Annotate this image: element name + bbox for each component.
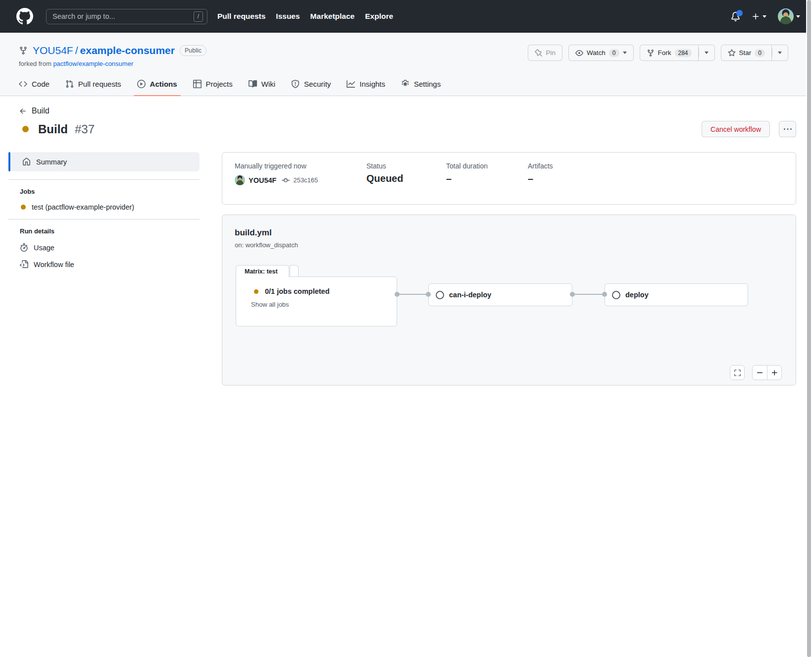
- file-code-icon: [20, 260, 28, 269]
- nav-marketplace[interactable]: Marketplace: [310, 12, 355, 21]
- create-new-button[interactable]: [752, 12, 766, 21]
- nav-issues[interactable]: Issues: [276, 12, 300, 21]
- artifacts-value: –: [528, 173, 553, 184]
- run-options-button[interactable]: [779, 121, 796, 137]
- header-right-cluster: [731, 8, 800, 24]
- node-deploy[interactable]: deploy: [605, 283, 748, 306]
- repo-name-link[interactable]: example-consumer: [80, 45, 175, 56]
- zoom-in-button[interactable]: [767, 366, 781, 380]
- workflow-graph-canvas[interactable]: Matrix: test 0/1 jobs completed Show all…: [235, 257, 783, 356]
- sidebar-divider: [8, 219, 200, 219]
- sidebar-item-summary[interactable]: Summary: [11, 152, 200, 171]
- chevron-down-icon: [705, 52, 709, 54]
- watch-button[interactable]: Watch 0: [568, 45, 633, 61]
- nav-explore[interactable]: Explore: [365, 12, 393, 21]
- matrix-progress: 0/1 jobs completed: [265, 287, 330, 295]
- fork-button-group: Fork 284: [640, 45, 715, 61]
- workflow-trigger: on: workflow_dispatch: [235, 241, 783, 249]
- fork-notice: forked from pactflow/example-consumer: [19, 60, 206, 67]
- fork-source-link[interactable]: pactflow/example-consumer: [53, 60, 133, 67]
- status-label: Status: [366, 162, 446, 170]
- eye-icon: [575, 49, 583, 57]
- scrollbar-thumb[interactable]: [807, 0, 811, 657]
- repo-forked-icon: [647, 49, 655, 57]
- fullscreen-button[interactable]: [730, 365, 745, 380]
- run-title: Build: [38, 122, 68, 136]
- avatar: [235, 175, 245, 185]
- tab-code[interactable]: Code: [11, 72, 57, 96]
- watch-count: 0: [609, 49, 619, 57]
- tab-actions[interactable]: Actions: [129, 72, 185, 96]
- edge-dot: [426, 292, 431, 297]
- user-menu-button[interactable]: [778, 8, 800, 24]
- cancel-workflow-button[interactable]: Cancel workflow: [702, 121, 770, 137]
- duration-value: –: [446, 173, 528, 184]
- notifications-button[interactable]: [731, 12, 740, 21]
- scrollbar-track: [806, 0, 812, 657]
- sidebar-item-workflow-file[interactable]: Workflow file: [20, 260, 200, 269]
- matrix-tab-stack: [290, 265, 299, 277]
- pin-button[interactable]: Pin: [528, 45, 563, 61]
- matrix-status-dot: [254, 289, 258, 294]
- search-input[interactable]: Search or jump to... /: [46, 9, 207, 24]
- tab-insights[interactable]: Insights: [339, 72, 393, 96]
- zoom-out-button[interactable]: [753, 366, 767, 380]
- github-logo-icon[interactable]: [16, 8, 33, 25]
- table-icon: [193, 80, 202, 88]
- repo-title: YOU54F/example-consumer: [33, 45, 175, 56]
- jobs-heading: Jobs: [20, 188, 200, 195]
- repo-owner-link[interactable]: YOU54F: [33, 45, 73, 56]
- plus-icon: [752, 12, 760, 21]
- job-status-dot: [21, 205, 26, 210]
- repo-forked-icon: [19, 46, 28, 55]
- git-pull-request-icon: [65, 80, 74, 88]
- pending-circle-icon: [436, 291, 444, 299]
- breadcrumb-back-build[interactable]: Build: [19, 107, 50, 115]
- pending-circle-icon: [612, 291, 620, 299]
- visibility-badge: Public: [180, 45, 206, 56]
- search-placeholder: Search or jump to...: [52, 12, 194, 20]
- tab-projects[interactable]: Projects: [185, 72, 241, 96]
- pin-icon: [535, 49, 543, 57]
- graph-icon: [347, 80, 355, 88]
- graph-controls: [730, 365, 782, 380]
- kebab-horizontal-icon: [784, 125, 792, 133]
- chevron-down-icon: [778, 52, 782, 54]
- trigger-user[interactable]: YOU54F: [249, 176, 276, 184]
- show-all-jobs-link[interactable]: Show all jobs: [251, 301, 289, 308]
- sidebar-job-item[interactable]: test (pactflow-example-provider): [21, 203, 200, 211]
- book-icon: [249, 80, 257, 88]
- star-icon: [728, 49, 736, 57]
- app-header: Search or jump to... / Pull requests Iss…: [0, 0, 812, 33]
- tab-wiki[interactable]: Wiki: [241, 72, 283, 96]
- repo-action-buttons: Pin Watch 0 Fork 284: [528, 45, 788, 61]
- matrix-group-node[interactable]: 0/1 jobs completed Show all jobs: [236, 276, 397, 327]
- repo-tabs: Code Pull requests Actions Projects Wiki…: [0, 72, 812, 96]
- star-button[interactable]: Star 0: [721, 45, 772, 61]
- run-status-dot: [22, 126, 29, 132]
- header-nav: Pull requests Issues Marketplace Explore: [217, 12, 393, 21]
- tab-pull-requests[interactable]: Pull requests: [57, 72, 129, 96]
- nav-pull-requests[interactable]: Pull requests: [217, 12, 265, 21]
- repo-header: YOU54F/example-consumer Public forked fr…: [0, 33, 812, 96]
- fork-button[interactable]: Fork 284: [640, 45, 699, 61]
- star-dropdown-button[interactable]: [772, 45, 788, 61]
- tab-settings[interactable]: Settings: [393, 72, 449, 96]
- tab-security[interactable]: Security: [283, 72, 339, 96]
- stopwatch-icon: [20, 243, 28, 252]
- status-value: Queued: [366, 173, 446, 184]
- commit-sha[interactable]: 253c165: [293, 176, 318, 184]
- arrow-left-icon: [19, 107, 27, 115]
- gear-icon: [401, 80, 409, 88]
- workflow-file-name: build.yml: [235, 228, 783, 238]
- matrix-tab-label: Matrix: test: [236, 265, 289, 277]
- run-summary-card: Manually triggered now YOU54F 253c165 St…: [222, 152, 796, 205]
- shield-icon: [291, 80, 300, 88]
- plus-icon: [771, 369, 778, 377]
- node-can-i-deploy[interactable]: can-i-deploy: [428, 283, 572, 306]
- sidebar-item-usage[interactable]: Usage: [20, 243, 200, 252]
- code-icon: [19, 80, 27, 88]
- trigger-label: Manually triggered now: [235, 162, 366, 170]
- fork-dropdown-button[interactable]: [699, 45, 715, 61]
- edge-dot: [602, 292, 607, 297]
